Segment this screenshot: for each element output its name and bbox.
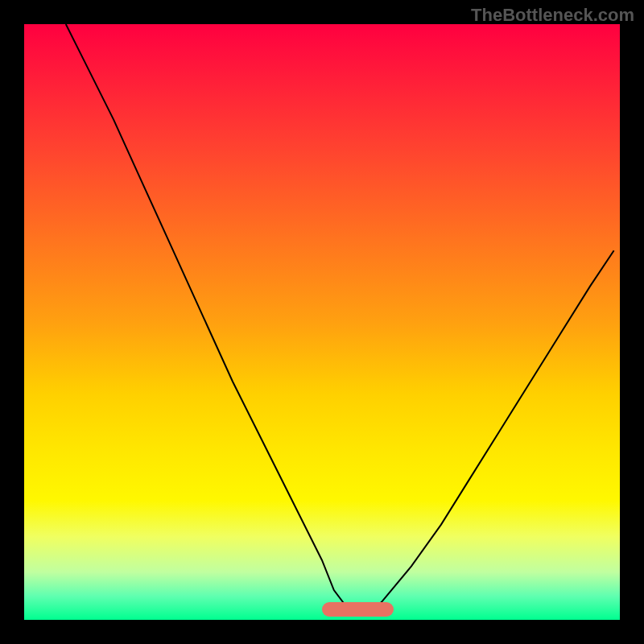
bottleneck-curve bbox=[66, 24, 614, 614]
watermark-text: TheBottleneck.com bbox=[471, 5, 634, 26]
curve-svg bbox=[24, 24, 620, 620]
optimal-range-highlight bbox=[322, 602, 394, 617]
plot-area bbox=[24, 24, 620, 620]
